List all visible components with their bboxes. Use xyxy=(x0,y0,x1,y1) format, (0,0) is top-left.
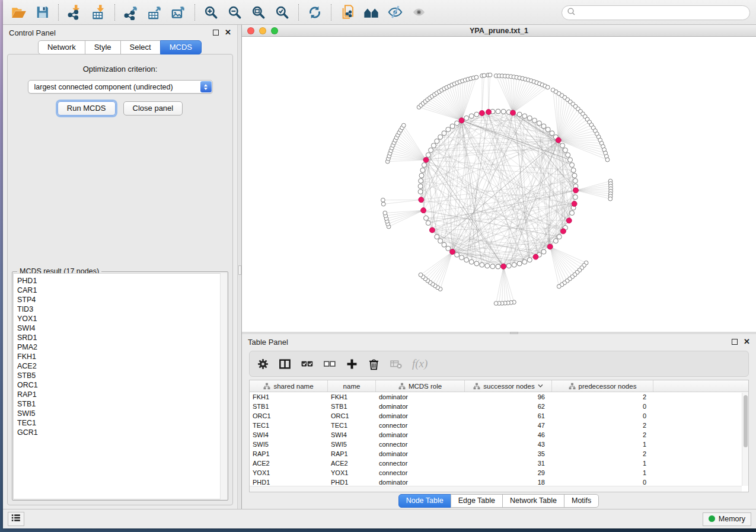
create-column-button[interactable] xyxy=(346,358,358,370)
table-cell[interactable]: 1 xyxy=(552,469,653,476)
table-cell[interactable]: 1 xyxy=(552,460,653,467)
table-cell[interactable]: SWI5 xyxy=(250,441,328,448)
save-session-button[interactable] xyxy=(30,2,54,23)
table-cell[interactable]: RAP1 xyxy=(328,450,376,457)
table-cell[interactable]: ACE2 xyxy=(328,460,376,467)
mcds-result-list[interactable]: PHD1CAR1STP4TID3YOX1SWI4SRD1PMA2FKH1ACE2… xyxy=(13,273,227,499)
table-row[interactable]: YOX1YOX1connector291 xyxy=(250,468,748,477)
close-window-icon[interactable] xyxy=(247,27,254,34)
optimization-criterion-select[interactable]: largest connected component (undirected) xyxy=(28,80,213,94)
show-columns-button[interactable] xyxy=(279,358,291,370)
table-cell[interactable]: dominator xyxy=(376,393,465,400)
table-cell[interactable]: TEC1 xyxy=(250,422,328,429)
table-cell[interactable]: YOX1 xyxy=(250,469,328,476)
table-cell[interactable]: ORC1 xyxy=(250,412,328,419)
table-row[interactable]: SWI4SWI4dominator462 xyxy=(250,430,748,440)
apply-layout-button[interactable] xyxy=(303,2,327,23)
table-cell[interactable]: 1 xyxy=(552,441,653,448)
search-input[interactable] xyxy=(578,9,745,17)
mcds-result-item[interactable]: STB1 xyxy=(17,399,227,409)
table-cell[interactable]: 62 xyxy=(465,403,552,410)
table-cell[interactable]: 46 xyxy=(465,431,552,438)
tab-select[interactable]: Select xyxy=(120,40,161,55)
mcds-result-item[interactable]: RAP1 xyxy=(17,390,227,399)
minimize-window-icon[interactable] xyxy=(259,27,266,34)
scrollbar-thumb[interactable] xyxy=(744,395,748,447)
table-cell[interactable]: 0 xyxy=(552,412,653,419)
tab-network-table[interactable]: Network Table xyxy=(502,494,564,508)
table-cell[interactable]: FKH1 xyxy=(250,393,328,400)
table-row[interactable]: RAP1RAP1dominator352 xyxy=(250,449,748,459)
table-cell[interactable]: SWI4 xyxy=(250,431,328,438)
table-cell[interactable]: 43 xyxy=(465,441,552,448)
tab-edge-table[interactable]: Edge Table xyxy=(451,494,503,508)
close-panel-icon[interactable]: ✕ xyxy=(225,30,231,36)
table-cell[interactable]: ORC1 xyxy=(328,412,376,419)
table-cell[interactable]: 2 xyxy=(552,393,653,400)
table-cell[interactable]: STB1 xyxy=(250,403,328,410)
table-cell[interactable]: dominator xyxy=(376,479,465,486)
column-header-MCDS-role[interactable]: MCDS role xyxy=(376,380,465,392)
float-panel-icon[interactable] xyxy=(213,30,219,36)
table-row[interactable]: TEC1TEC1connector472 xyxy=(250,421,748,430)
mcds-result-item[interactable]: SWI5 xyxy=(17,409,227,418)
table-cell[interactable]: YOX1 xyxy=(328,469,376,476)
table-row[interactable]: ORC1ORC1dominator610 xyxy=(250,411,748,421)
export-network-button[interactable] xyxy=(119,2,143,23)
table-cell[interactable]: PHD1 xyxy=(250,479,328,486)
table-cell[interactable]: dominator xyxy=(376,412,465,419)
mcds-result-item[interactable]: SWI4 xyxy=(17,323,227,333)
tab-style[interactable]: Style xyxy=(85,40,121,55)
float-panel-icon[interactable] xyxy=(732,339,738,345)
horizontal-splitter[interactable] xyxy=(242,332,756,334)
hide-selected-button[interactable] xyxy=(383,2,407,23)
splitter-grip[interactable] xyxy=(510,332,518,334)
import-table-button[interactable] xyxy=(87,2,110,23)
mcds-result-item[interactable]: PMA2 xyxy=(17,342,227,352)
table-cell[interactable]: 47 xyxy=(465,422,552,429)
table-row[interactable]: SWI5SWI5connector431 xyxy=(250,440,748,449)
select-all-columns-button[interactable] xyxy=(301,358,314,370)
mcds-result-item[interactable]: ORC1 xyxy=(17,380,227,390)
table-cell[interactable]: SWI4 xyxy=(328,431,376,438)
mcds-result-item[interactable]: STB5 xyxy=(17,371,227,380)
mcds-result-item[interactable]: CAR1 xyxy=(17,286,227,295)
vertical-splitter[interactable] xyxy=(237,25,242,509)
splitter-grip[interactable] xyxy=(238,265,241,275)
mcds-result-item[interactable]: TEC1 xyxy=(17,418,227,428)
tab-mcds[interactable]: MCDS xyxy=(160,40,202,55)
table-cell[interactable]: 96 xyxy=(465,393,552,400)
close-panel-button[interactable]: Close panel xyxy=(123,101,183,116)
table-row[interactable]: STB1STB1dominator620 xyxy=(250,402,748,411)
table-cell[interactable]: 2 xyxy=(552,431,653,438)
close-panel-icon[interactable]: ✕ xyxy=(744,339,750,345)
delete-column-button[interactable] xyxy=(368,358,380,370)
import-network-button[interactable] xyxy=(63,2,87,23)
search-box[interactable] xyxy=(562,5,750,20)
table-cell[interactable]: 2 xyxy=(552,422,653,429)
result-list-scrollbar[interactable] xyxy=(220,273,227,499)
first-neighbors-button[interactable] xyxy=(359,2,383,23)
table-row[interactable]: FKH1FKH1dominator962 xyxy=(250,392,748,402)
table-cell[interactable]: SWI5 xyxy=(328,441,376,448)
export-image-button[interactable] xyxy=(167,2,190,23)
table-cell[interactable]: 31 xyxy=(465,460,552,467)
memory-button[interactable]: Memory xyxy=(703,512,751,526)
mcds-result-item[interactable]: SRD1 xyxy=(17,333,227,342)
table-cell[interactable]: TEC1 xyxy=(328,422,376,429)
zoom-in-button[interactable] xyxy=(199,2,223,23)
table-cell[interactable]: dominator xyxy=(376,450,465,457)
tab-network[interactable]: Network xyxy=(38,40,85,55)
table-cell[interactable]: PHD1 xyxy=(328,479,376,486)
network-window-titlebar[interactable]: YPA_prune.txt_1 xyxy=(242,25,756,37)
mcds-result-item[interactable]: GCR1 xyxy=(17,428,227,437)
table-cell[interactable]: connector xyxy=(376,441,465,448)
column-header-predecessor-nodes[interactable]: predecessor nodes xyxy=(552,380,653,392)
table-cell[interactable]: dominator xyxy=(376,403,465,410)
mcds-result-item[interactable]: YOX1 xyxy=(17,314,227,323)
maximize-window-icon[interactable] xyxy=(271,27,278,34)
export-table-button[interactable] xyxy=(143,2,167,23)
table-cell[interactable]: 2 xyxy=(552,450,653,457)
table-row[interactable]: ACE2ACE2connector311 xyxy=(250,459,748,468)
table-cell[interactable]: connector xyxy=(376,460,465,467)
